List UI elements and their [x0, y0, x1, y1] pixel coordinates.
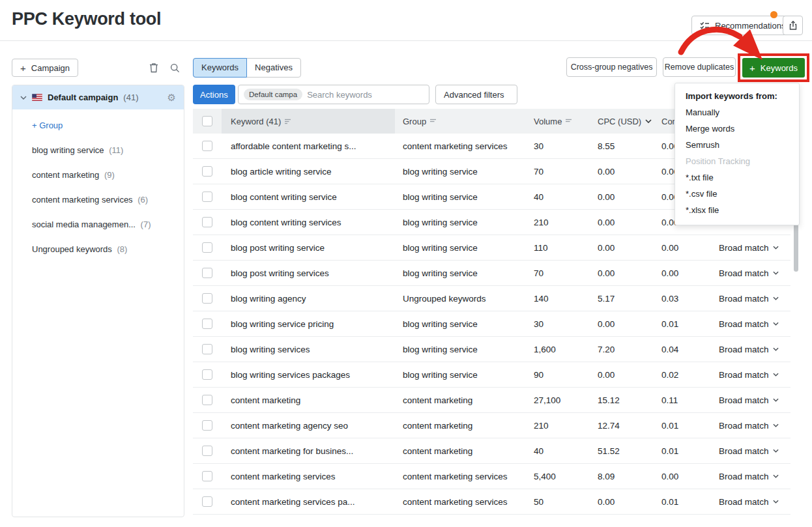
row-checkbox-cell	[193, 268, 222, 278]
row-checkbox-cell	[193, 369, 222, 380]
sidebar-group-item[interactable]: Ungrouped keywords (8)	[32, 245, 176, 254]
group-cell: content marketing services	[395, 141, 528, 151]
match-type-label: Broad match	[719, 395, 769, 405]
row-checkbox[interactable]	[202, 268, 212, 278]
campaign-sidebar: Default campaign (41) ⚙ + Group blog wri…	[12, 85, 184, 517]
sidebar-group-item[interactable]: social media managemen... (7)	[32, 220, 176, 229]
match-type-dropdown[interactable]: Broad match	[714, 370, 790, 380]
chevron-down-icon	[645, 119, 652, 123]
trash-icon[interactable]	[146, 60, 162, 76]
dropdown-item[interactable]: Merge words	[675, 121, 799, 137]
keyword-cell: blog writing agency	[222, 294, 395, 304]
campaign-row[interactable]: Default campaign (41) ⚙	[12, 85, 184, 109]
row-checkbox-cell	[193, 446, 222, 456]
export-button[interactable]	[783, 16, 803, 35]
select-all-checkbox[interactable]	[202, 116, 212, 126]
volume-cell: 27,100	[528, 395, 590, 405]
header-group[interactable]: Group	[395, 109, 528, 134]
table-row: blog writing agency Ungrouped keywords 1…	[193, 286, 790, 311]
chevron-down-icon	[773, 347, 779, 351]
campaign-filter-chip: Default campa	[244, 89, 302, 100]
row-checkbox[interactable]	[202, 166, 212, 177]
match-type-dropdown[interactable]: Broad match	[714, 472, 790, 481]
header-volume[interactable]: Volume	[528, 109, 590, 134]
actions-button[interactable]: Actions	[193, 85, 235, 104]
match-type-label: Broad match	[719, 497, 769, 507]
row-checkbox[interactable]	[202, 217, 212, 227]
match-type-dropdown[interactable]: Broad match	[714, 395, 790, 405]
dropdown-item[interactable]: Position Tracking	[675, 153, 799, 169]
row-checkbox[interactable]	[202, 319, 212, 329]
dropdown-item[interactable]: *.xlsx file	[675, 202, 799, 218]
row-checkbox-cell	[193, 395, 222, 405]
volume-cell: 140	[528, 294, 590, 304]
cpc-cell: 0.00	[590, 243, 656, 253]
volume-cell: 30	[528, 319, 590, 329]
header-keyword[interactable]: Keyword (41)	[222, 109, 395, 134]
search-icon[interactable]	[167, 60, 182, 76]
keyword-cell: content marketing services	[222, 472, 395, 481]
remove-duplicates-button[interactable]: Remove duplicates	[663, 57, 736, 77]
advanced-filters-button[interactable]: Advanced filters	[435, 85, 517, 104]
header-checkbox-cell	[193, 109, 222, 134]
group-cell: blog writing service	[395, 243, 528, 253]
cpc-cell: 0.00	[590, 192, 656, 202]
cross-group-negatives-button[interactable]: Cross-group negatives	[566, 57, 657, 77]
chevron-down-icon	[773, 398, 779, 402]
row-checkbox[interactable]	[202, 471, 212, 481]
group-cell: content marketing	[395, 421, 528, 431]
tab-negatives[interactable]: Negatives	[247, 59, 300, 77]
dropdown-item[interactable]: Manually	[675, 104, 799, 121]
group-cell: blog writing service	[395, 319, 528, 329]
header-cpc[interactable]: CPC (USD)	[590, 109, 656, 134]
row-checkbox-cell	[193, 242, 222, 253]
match-type-dropdown[interactable]: Broad match	[714, 268, 790, 278]
match-type-dropdown[interactable]: Broad match	[714, 421, 790, 431]
match-type-dropdown[interactable]: Broad match	[714, 446, 790, 456]
add-campaign-button[interactable]: + Campaign	[12, 59, 78, 77]
match-type-dropdown[interactable]: Broad match	[714, 243, 790, 253]
sidebar-group-item[interactable]: blog writing service (11)	[32, 146, 176, 155]
group-count: (9)	[104, 170, 115, 180]
recommendations-button[interactable]: Recommendations	[691, 16, 794, 35]
row-checkbox[interactable]	[202, 293, 212, 304]
dropdown-item[interactable]: *.csv file	[675, 186, 799, 202]
keywords-negatives-tabs: Keywords Negatives	[193, 58, 301, 78]
chevron-down-icon	[773, 246, 779, 249]
tab-keywords[interactable]: Keywords	[193, 58, 247, 78]
cpc-cell: 7.20	[590, 345, 656, 354]
match-type-dropdown[interactable]: Broad match	[714, 319, 790, 329]
competition-cell: 0.01	[656, 421, 714, 431]
dropdown-item[interactable]: *.txt file	[675, 169, 799, 186]
match-type-label: Broad match	[719, 345, 769, 354]
competition-cell: 0.00	[656, 268, 714, 278]
dropdown-item[interactable]: Semrush	[675, 137, 799, 153]
row-checkbox[interactable]	[202, 496, 212, 507]
cpc-cell: 0.00	[590, 370, 656, 380]
row-checkbox[interactable]	[202, 344, 212, 354]
row-checkbox[interactable]	[202, 420, 212, 431]
search-keywords-input[interactable]	[307, 90, 424, 100]
keyword-cell: blog post writing service	[222, 243, 395, 253]
row-checkbox[interactable]	[202, 141, 212, 151]
row-checkbox[interactable]	[202, 395, 212, 405]
row-checkbox[interactable]	[202, 446, 212, 456]
gear-icon[interactable]: ⚙	[167, 93, 176, 102]
row-checkbox[interactable]	[202, 242, 212, 253]
sidebar-group-item[interactable]: content marketing (9)	[32, 171, 176, 180]
match-type-dropdown[interactable]: Broad match	[714, 294, 790, 304]
group-label: content marketing services	[32, 195, 133, 205]
match-type-dropdown[interactable]: Broad match	[714, 345, 790, 354]
export-icon	[788, 20, 798, 31]
match-type-dropdown[interactable]: Broad match	[714, 497, 790, 507]
add-keywords-button[interactable]: + Keywords	[742, 58, 805, 78]
row-checkbox[interactable]	[202, 192, 212, 202]
add-group-link[interactable]: + Group	[32, 121, 176, 130]
keyword-search-box[interactable]: Default campa	[238, 85, 429, 104]
group-cell: blog writing service	[395, 268, 528, 278]
group-count: (11)	[109, 145, 123, 155]
sidebar-group-item[interactable]: content marketing services (6)	[32, 195, 176, 205]
cpc-cell: 12.74	[590, 421, 656, 431]
group-cell: content marketing services	[395, 497, 528, 507]
row-checkbox[interactable]	[202, 369, 212, 380]
